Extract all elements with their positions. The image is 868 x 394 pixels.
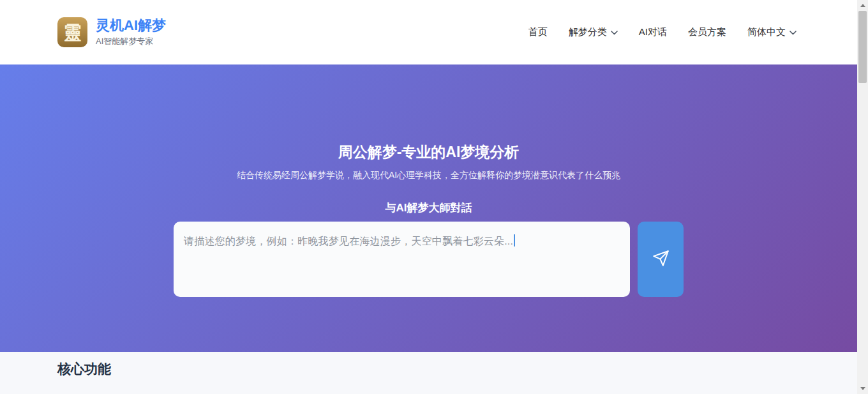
scrollbar-up-arrow[interactable]: [857, 0, 868, 11]
scrollbar-down-arrow[interactable]: [857, 383, 868, 394]
nav-item-label: 会员方案: [688, 26, 726, 38]
dream-description-input[interactable]: 请描述您的梦境，例如：昨晚我梦见在海边漫步，天空中飘着七彩云朵...: [174, 222, 630, 297]
brand[interactable]: 靈 灵机AI解梦 AI智能解梦专家: [57, 17, 166, 47]
paper-plane-icon: [652, 250, 670, 269]
site-header: 靈 灵机AI解梦 AI智能解梦专家 首页 解梦分类 AI对话 会员方案: [0, 0, 857, 64]
dream-input-row: 请描述您的梦境，例如：昨晚我梦见在海边漫步，天空中飘着七彩云朵...: [0, 222, 857, 297]
features-section: 核心功能: [0, 352, 857, 394]
page: 靈 灵机AI解梦 AI智能解梦专家 首页 解梦分类 AI对话 会员方案: [0, 0, 857, 394]
nav-item-language-selector[interactable]: 简体中文: [747, 26, 797, 38]
brand-text: 灵机AI解梦 AI智能解梦专家: [96, 17, 166, 47]
nav-item-label: 解梦分类: [569, 26, 607, 38]
nav-item-label: 简体中文: [747, 26, 786, 38]
brand-title: 灵机AI解梦: [96, 17, 166, 33]
nav-item-home[interactable]: 首页: [528, 26, 548, 38]
brand-subtitle: AI智能解梦专家: [96, 36, 166, 47]
main-nav: 首页 解梦分类 AI对话 会员方案 简体中文: [528, 26, 797, 38]
nav-item-dream-categories[interactable]: 解梦分类: [569, 26, 618, 38]
input-placeholder: 请描述您的梦境，例如：昨晚我梦见在海边漫步，天空中飘着七彩云朵...: [184, 236, 513, 246]
nav-item-membership[interactable]: 会员方案: [688, 26, 726, 38]
send-button[interactable]: [638, 222, 684, 297]
chevron-down-icon: [611, 31, 618, 35]
hero-subtitle: 结合传统易经周公解梦学说，融入现代AI心理学科技，全方位解释你的梦境潜意识代表了…: [0, 170, 857, 179]
hero-section: 周公解梦-专业的AI梦境分析 结合传统易经周公解梦学说，融入现代AI心理学科技，…: [0, 64, 857, 352]
features-section-title: 核心功能: [57, 360, 857, 378]
text-caret: [514, 234, 515, 246]
nav-item-label: AI对话: [639, 26, 667, 38]
brand-logo-icon: 靈: [57, 17, 87, 47]
page-scrollbar[interactable]: [857, 0, 868, 394]
scrollbar-thumb[interactable]: [858, 11, 867, 83]
nav-item-label: 首页: [528, 26, 548, 38]
nav-item-ai-chat[interactable]: AI对话: [639, 26, 667, 38]
hero-title: 周公解梦-专业的AI梦境分析: [0, 145, 857, 160]
chat-section-label: 与AI解梦大師對話: [0, 202, 857, 213]
chevron-down-icon: [789, 31, 797, 35]
